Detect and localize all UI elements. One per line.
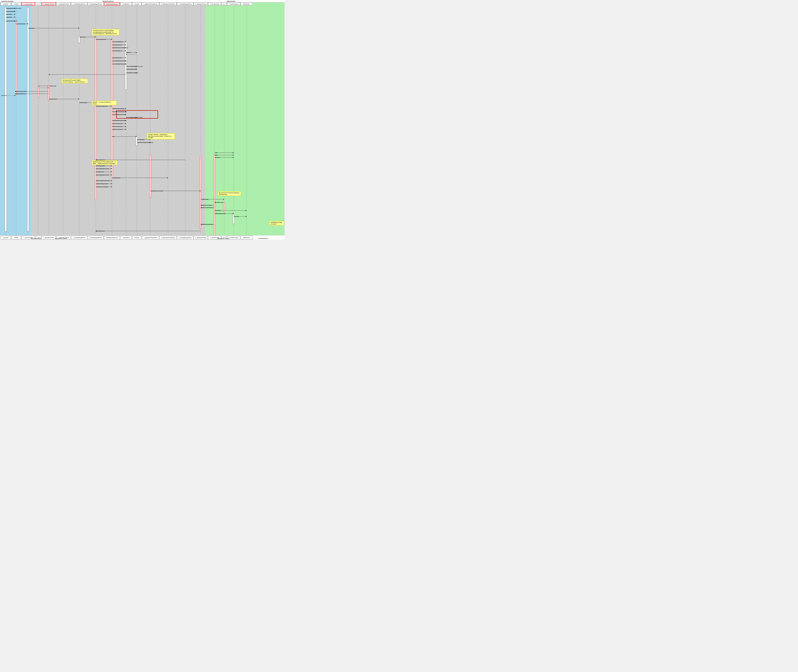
label-schedulePauseActivity: schedulePauseActivity	[126, 72, 138, 74]
col-Launcher: Launcher	[0, 2, 11, 5]
label-onCreate0: onCreate	[215, 157, 220, 158]
diagram-container: Launcher process System process App proc…	[0, 0, 285, 240]
bottom-instrumentation-label-left: Instrumentation	[31, 238, 41, 239]
label-callActivityOnCreate: callActivityOnCreate	[215, 213, 226, 214]
label-sendApplication: sendApplication	[112, 177, 120, 179]
label-bindApplication: bindApplication	[96, 171, 104, 173]
label-startSpecificActivityLocked: startSpecificActivityLocked	[112, 120, 126, 121]
label-activityPaused1: activityPaused	[49, 98, 56, 100]
label-execStartActivity: execStartActivity	[16, 23, 25, 25]
footer-ActivityManagerService: ActivityManagerService	[88, 236, 104, 240]
label-sendMessage2: sendMessage	[201, 198, 208, 200]
label-resumeTopActivityLocked: resumeTopActivityLocked	[112, 114, 126, 115]
label-resumeTopActivityInnerLocked1: resumeTopActivityInnerLocked	[126, 66, 143, 67]
footer-A-ActivityManagerProxy: A_ActivityManagerProxy	[177, 236, 193, 240]
label-completePauseLocked: completePauseLocked	[112, 108, 124, 109]
label-activityPausedLocked: activityPausedLocked	[96, 106, 107, 107]
system-process-label: System process	[103, 0, 114, 2]
label-realStartActivityLocked: realStartActivityLocked	[96, 183, 108, 184]
col-ActivityStack: ActivityStack	[120, 2, 132, 5]
footer-Launcher: Launcher	[0, 236, 11, 240]
label-attachApplicationLocked1: attachApplicationLocked	[96, 168, 109, 170]
label-attachApplicationLocked2: attachApplicationLocked	[96, 174, 109, 176]
col-L-H: L_H	[35, 2, 41, 5]
col-MainActivity: MainActivity	[240, 2, 253, 5]
footer-Activity: Activity	[11, 236, 21, 240]
col-A-ActivityThread: A_ActivityThread	[208, 2, 221, 5]
label-startActivity3: startActivity	[29, 27, 35, 29]
label-topRunningActivityLocked: topRunningActivityLocked	[96, 180, 110, 181]
label-startProcessLocked3: startProcessLocked	[112, 129, 123, 130]
label-scheduleLaunchActivity1: scheduleLaunchActivity	[96, 186, 108, 187]
label-attach: attach	[215, 154, 218, 156]
col-A-Instrumentation: A_Instrumentation	[227, 2, 240, 5]
label-scheduleLaunchActivity2: scheduleLaunchActivity	[151, 190, 163, 192]
note-ams-launcher-paused: 通知AMS，Launcher还有页面已经Paused，...	[92, 101, 117, 105]
note-applicationthread-bind: 原来新的ApplicationThread将通过AMS，完成绑定，后续通过App…	[92, 160, 117, 165]
label-startActivity2: startActivity	[6, 16, 12, 18]
label-performPauseActivity: performPauseActivity	[16, 91, 27, 92]
footer-A-Instrumentation: A_Instrumentation	[227, 236, 240, 240]
note-applicationthreadproxy-callback: 通过ApplicationThreadProxy回调App并开始启动Activi…	[218, 191, 241, 196]
col-Process: Process	[132, 2, 141, 5]
label-createTaskRecord: createTaskRecord	[112, 50, 122, 51]
label-addTask: addTask	[126, 52, 131, 53]
label-main: main	[215, 152, 218, 154]
label-resumeTopActivitiesLocked1: resumeTopActivitiesLocked	[112, 60, 127, 62]
bottom-application-thread-label: Application Thread	[55, 238, 67, 239]
label-startActivityLocked1: startActivityLocked	[112, 44, 122, 46]
col-A-H: A_H	[221, 2, 227, 5]
footer-Process: Process	[132, 236, 141, 240]
note-activitymanagernative: ActivityManagerNative.getDefault()获取Acti…	[92, 29, 119, 35]
region-launcher	[0, 0, 31, 240]
bottom-instrumentation-label-right: Instrumentation	[258, 238, 268, 239]
footer-A-ApplicationThread: A_ApplicationThread	[194, 236, 208, 240]
process-header-bar: Launcher process System process App proc…	[0, 0, 285, 2]
app-process-label: App process	[227, 0, 236, 2]
region-app	[205, 0, 285, 240]
footer-L-ActivityManagerProxy: L_ActivityManagerProxy	[71, 236, 87, 240]
label-startActivityLocked2: startActivityLocked	[112, 57, 122, 58]
footer-L-ApplicationThreadProxy: L_ApplicationThreadProxy	[142, 236, 159, 240]
bottom-application-thread-label-right: Application Thread	[217, 238, 229, 239]
label-callActivityOnPause: callActivityOnPause	[16, 93, 26, 94]
footer-A-ApplicationThreadProxy: A_ApplicationThreadProxy	[159, 236, 177, 240]
label-handleMessage: handleMessage	[215, 202, 223, 203]
label-startPausingLocked: startPausingLocked	[126, 69, 137, 70]
label-onPaused: onPaused	[1, 95, 7, 96]
col-A-ApplicationThread: A_ApplicationThread	[194, 2, 208, 5]
label-performLaunchActivity: performLaunchActivity	[201, 207, 213, 208]
label-resumeTopActivityInnerLocked2: resumeTopActivityInnerLocked	[126, 117, 143, 118]
label-startActivity1: startActivity	[6, 14, 12, 15]
label-startActivityMayWait: startActivityMayWait	[112, 41, 123, 43]
label-startActivitySafely: startActivitySafely	[6, 11, 15, 12]
label-startActivityForResult: startActivityForResult	[6, 20, 17, 22]
label-attachApplication2: attachApplication	[96, 165, 105, 166]
col-A-ApplicationThreadProxy: A_ApplicationThreadProxy	[159, 2, 177, 5]
label-activityPaused2: activityPaused	[80, 102, 87, 103]
label-start: start	[112, 136, 115, 137]
label-startActivityUncheckedLocked: startActivityUncheckedLocked	[112, 47, 128, 48]
footer-bar: Launcher Activity L_Instrumentation L_H …	[0, 235, 285, 240]
col-A-ActivityManagerProxy: A_ActivityManagerProxy	[177, 2, 193, 5]
note-new-process: 这里创建了新的进程，新的进程将进入android.app.ActivityThr…	[147, 133, 175, 139]
col-L-ApplicationThreadProxy: L_ApplicationThreadProxy	[142, 2, 159, 5]
footer-L-ApplicationThread: L_ApplicationThread	[42, 236, 56, 240]
footer-ActivityStackSupervisor: ActivityStackSupervisor	[104, 236, 120, 240]
col-L-ActivityManagerProxy: L_ActivityManagerProxy	[71, 2, 87, 5]
label-startViaZygote: startViaZygote	[137, 139, 145, 140]
label-startApplicationOnIntoActivity: startApplicationOnIntoActivity	[6, 8, 21, 9]
label-activityResumed: activityResumed	[96, 230, 105, 232]
label-handleLaunchActivity: handleLaunchActivity	[201, 205, 212, 206]
footer-ActivityStack: ActivityStack	[120, 236, 132, 240]
col-ActivityStackSupervisor: ActivityStackSupervisor	[104, 2, 120, 5]
label-handleResumeActivity: handleResumeActivity	[201, 224, 213, 225]
col-L-Instrumentation: L_Instrumentation	[21, 2, 35, 5]
label-zygoteSendArgsAndGetResult: zygoteSendArgsAndGetResult	[137, 142, 153, 143]
label-onCreate: onCreate	[234, 216, 239, 217]
col-L-ApplicationThread: L_ApplicationThread	[42, 2, 56, 5]
label-startProcessLocked1: startProcessLocked	[112, 123, 123, 124]
label-newActivity: newActivity	[215, 210, 221, 211]
col-ActivityManagerService: ActivityManagerService	[88, 2, 104, 5]
label-startActivity4: startActivity	[80, 36, 86, 38]
